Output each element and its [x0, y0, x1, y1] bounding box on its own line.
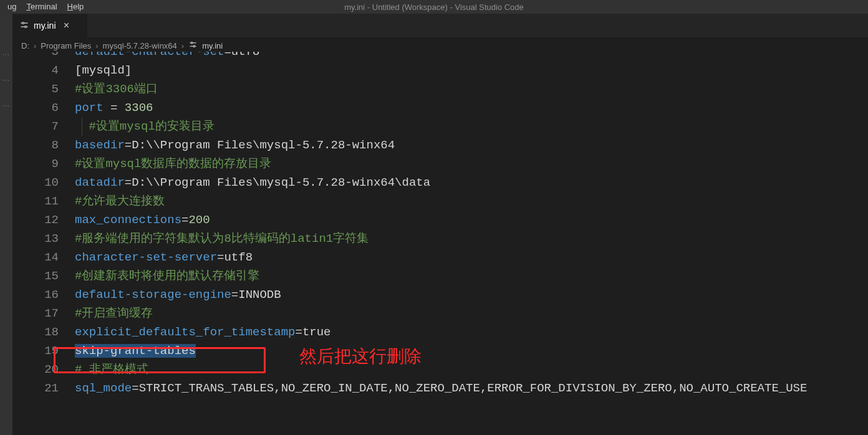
line-number: 10	[12, 173, 75, 192]
code-content[interactable]: datadir=D:\\Program Files\mysql-5.7.28-w…	[75, 173, 430, 192]
line-number: 12	[12, 211, 75, 229]
code-content[interactable]: [mysqld]	[75, 61, 132, 80]
svg-point-2	[22, 22, 24, 24]
code-content[interactable]: skip-grant-tables	[75, 342, 196, 360]
line-number: 8	[12, 136, 75, 155]
close-icon[interactable]: ×	[61, 20, 72, 31]
code-line[interactable]: 6port = 3306	[12, 98, 868, 117]
code-content[interactable]: #开启查询缓存	[75, 304, 153, 323]
settings-file-icon	[20, 21, 29, 31]
line-number: 11	[12, 192, 75, 211]
code-line[interactable]: 4[mysqld]	[12, 61, 868, 80]
tab-label: my.ini	[34, 21, 56, 31]
window-title: my.ini - Untitled (Workspace) - Visual S…	[344, 2, 524, 12]
activity-item-icon[interactable]: ···	[2, 102, 9, 109]
chevron-right-icon: ›	[94, 41, 100, 50]
line-number: 13	[12, 229, 75, 248]
code-line[interactable]: 14character-set-server=utf8	[12, 248, 868, 267]
code-content[interactable]: sql_mode=STRICT_TRANS_TABLES,NO_ZERO_IN_…	[75, 379, 807, 398]
svg-point-7	[193, 45, 195, 47]
code-content[interactable]: #设置mysql的安装目录	[75, 117, 215, 136]
line-number: 16	[12, 285, 75, 304]
code-line[interactable]: 15#创建新表时将使用的默认存储引擎	[12, 267, 868, 285]
line-number: 6	[12, 98, 75, 117]
editor-area: my.ini × D: › Program Files › mysql-5.7.…	[12, 14, 868, 435]
breadcrumb-part[interactable]: Program Files	[41, 41, 91, 50]
code-content[interactable]: #服务端使用的字符集默认为8比特编码的latin1字符集	[75, 229, 369, 248]
code-content[interactable]: default-storage-engine=INNODB	[75, 285, 281, 304]
code-content[interactable]: basedir=D:\\Program Files\mysql-5.7.28-w…	[75, 136, 395, 155]
code-line[interactable]: 19skip-grant-tables	[12, 342, 868, 360]
code-line[interactable]: 17#开启查询缓存	[12, 304, 868, 323]
code-line[interactable]: 10datadir=D:\\Program Files\mysql-5.7.28…	[12, 173, 868, 192]
code-line[interactable]: 8basedir=D:\\Program Files\mysql-5.7.28-…	[12, 136, 868, 155]
code-content[interactable]: #创建新表时将使用的默认存储引擎	[75, 267, 259, 285]
activity-item-icon[interactable]: ···	[2, 51, 9, 58]
activity-bar: ··· ··· ···	[0, 14, 12, 435]
menu-item-terminal[interactable]: Terminal	[21, 0, 62, 14]
code-line[interactable]: 12max_connections=200	[12, 211, 868, 229]
chevron-right-icon: ›	[32, 41, 38, 50]
breadcrumb-file[interactable]: my.ini	[202, 41, 223, 50]
chevron-right-icon: ›	[180, 41, 186, 50]
breadcrumb-part[interactable]: mysql-5.7.28-winx64	[103, 41, 177, 50]
code-line[interactable]: 7 #设置mysql的安装目录	[12, 117, 868, 136]
code-content[interactable]: max_connections=200	[75, 211, 210, 229]
line-number: 14	[12, 248, 75, 267]
code-line[interactable]: 13#服务端使用的字符集默认为8比特编码的latin1字符集	[12, 229, 868, 248]
svg-point-3	[25, 26, 27, 27]
code-line[interactable]: 9#设置mysql数据库的数据的存放目录	[12, 155, 868, 173]
tab-bar: my.ini ×	[12, 14, 868, 37]
line-number: 5	[12, 80, 75, 98]
code-line[interactable]: 20# 非严格模式	[12, 360, 868, 379]
code-content[interactable]: # 非严格模式	[75, 360, 148, 379]
settings-file-icon	[188, 41, 197, 50]
menu-item-ug[interactable]: ug	[2, 0, 21, 14]
svg-point-6	[191, 42, 193, 44]
code-line[interactable]: 21sql_mode=STRICT_TRANS_TABLES,NO_ZERO_I…	[12, 379, 868, 398]
line-number: 21	[12, 379, 75, 398]
line-number: 19	[12, 342, 75, 360]
code-line[interactable]: 11#允许最大连接数	[12, 192, 868, 211]
code-line[interactable]: 16default-storage-engine=INNODB	[12, 285, 868, 304]
line-number: 9	[12, 155, 75, 173]
code-content[interactable]: #设置mysql数据库的数据的存放目录	[75, 155, 271, 173]
line-number: 15	[12, 267, 75, 285]
line-number: 20	[12, 360, 75, 379]
code-content[interactable]: #设置3306端口	[75, 80, 158, 98]
code-line[interactable]: 18explicit_defaults_for_timestamp=true	[12, 323, 868, 342]
tab-my-ini[interactable]: my.ini ×	[12, 14, 87, 37]
code-editor[interactable]: 3default-character-set=utf84[mysqld]5#设置…	[12, 54, 868, 435]
menu-item-help[interactable]: Help	[62, 0, 89, 14]
code-content[interactable]: explicit_defaults_for_timestamp=true	[75, 323, 330, 342]
breadcrumb-part[interactable]: D:	[21, 41, 29, 50]
code-content[interactable]: #允许最大连接数	[75, 192, 165, 211]
menubar: ug Terminal Help my.ini - Untitled (Work…	[0, 0, 868, 14]
line-number: 4	[12, 61, 75, 80]
activity-item-icon[interactable]: ···	[2, 77, 9, 84]
code-line[interactable]: 5#设置3306端口	[12, 80, 868, 98]
code-content[interactable]: port = 3306	[75, 98, 153, 117]
line-number: 7	[12, 117, 75, 136]
line-number: 18	[12, 323, 75, 342]
code-line[interactable]: 3default-character-set=utf8	[12, 52, 868, 61]
code-content[interactable]: character-set-server=utf8	[75, 248, 253, 267]
line-number: 17	[12, 304, 75, 323]
